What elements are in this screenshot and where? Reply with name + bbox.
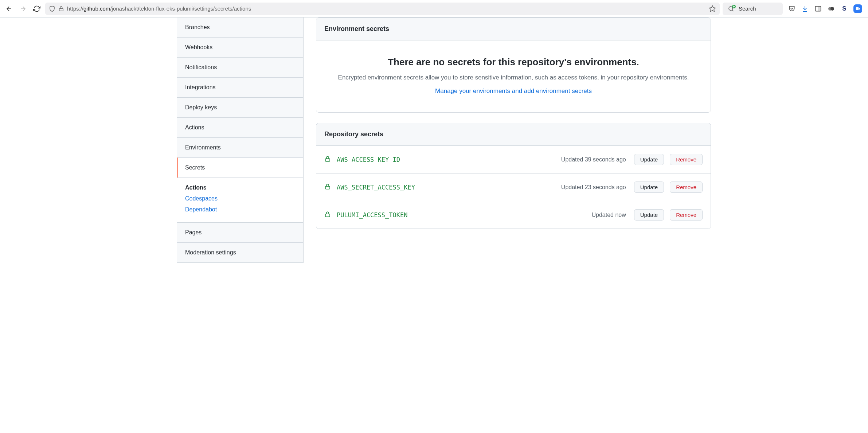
secret-row: PULUMI_ACCESS_TOKEN Updated now Update R… <box>316 201 711 229</box>
url-text: https://github.com/jonashackt/tekton-flu… <box>67 5 706 12</box>
secrets-subnav-heading: Actions <box>185 184 295 191</box>
sidebar-item-moderation[interactable]: Moderation settings <box>177 242 303 262</box>
lock-icon <box>324 183 331 191</box>
search-placeholder: Search <box>739 5 756 12</box>
settings-sidebar: Branches Webhooks Notifications Integrat… <box>150 17 304 263</box>
back-button[interactable] <box>4 3 15 14</box>
secret-updated: Updated now <box>591 212 626 218</box>
env-empty-description: Encrypted environment secrets allow you … <box>329 73 698 82</box>
reload-icon <box>33 5 40 12</box>
shield-icon <box>49 5 55 12</box>
repository-secrets-panel: Repository secrets AWS_ACCESS_KEY_ID Upd… <box>316 123 711 229</box>
svg-point-6 <box>830 7 834 11</box>
sidebar-item-integrations[interactable]: Integrations <box>177 77 303 97</box>
star-icon[interactable] <box>709 5 716 12</box>
secret-row: AWS_SECRET_ACCESS_KEY Updated 23 seconds… <box>316 173 711 201</box>
zoom-app-icon[interactable] <box>853 4 862 13</box>
update-button[interactable]: Update <box>634 154 664 165</box>
secrets-subnav-codespaces[interactable]: Codespaces <box>185 195 295 202</box>
secret-updated: Updated 23 seconds ago <box>561 184 626 191</box>
svg-rect-7 <box>325 159 330 162</box>
update-button[interactable]: Update <box>634 209 664 221</box>
env-empty-headline: There are no secrets for this repository… <box>329 56 698 68</box>
svg-rect-0 <box>59 8 63 11</box>
repository-secrets-header: Repository secrets <box>316 123 711 146</box>
secrets-subnav-dependabot[interactable]: Dependabot <box>185 206 295 213</box>
svg-marker-1 <box>709 5 716 11</box>
remove-button[interactable]: Remove <box>670 154 703 165</box>
url-bar[interactable]: https://github.com/jonashackt/tekton-flu… <box>45 3 720 15</box>
sidebar-item-branches[interactable]: Branches <box>177 17 303 37</box>
browser-toolbar: https://github.com/jonashackt/tekton-flu… <box>0 0 868 17</box>
secret-updated: Updated 39 seconds ago <box>561 156 626 163</box>
s-extension-icon[interactable]: S <box>840 5 848 13</box>
extension-icon[interactable] <box>827 5 835 13</box>
library-icon[interactable] <box>814 5 822 13</box>
secret-name[interactable]: AWS_SECRET_ACCESS_KEY <box>337 184 555 191</box>
toolbar-icons: S <box>786 4 864 13</box>
svg-rect-9 <box>325 214 330 217</box>
remove-button[interactable]: Remove <box>670 182 703 193</box>
page-body: Branches Webhooks Notifications Integrat… <box>150 17 718 263</box>
svg-rect-4 <box>816 6 821 11</box>
remove-button[interactable]: Remove <box>670 209 703 221</box>
manage-environments-link[interactable]: Manage your environments and add environ… <box>435 87 592 94</box>
secret-name[interactable]: PULUMI_ACCESS_TOKEN <box>337 211 586 219</box>
sidebar-item-environments[interactable]: Environments <box>177 137 303 157</box>
sidebar-item-deploy-keys[interactable]: Deploy keys <box>177 97 303 117</box>
repository-secrets-list: AWS_ACCESS_KEY_ID Updated 39 seconds ago… <box>316 146 711 229</box>
settings-nav: Branches Webhooks Notifications Integrat… <box>177 17 304 263</box>
search-box[interactable]: Search <box>723 3 783 15</box>
secret-row: AWS_ACCESS_KEY_ID Updated 39 seconds ago… <box>316 146 711 173</box>
lock-icon <box>324 211 331 219</box>
secrets-subnav: Actions Codespaces Dependabot <box>177 178 303 222</box>
reload-button[interactable] <box>31 3 42 14</box>
environment-secrets-header: Environment secrets <box>316 18 711 40</box>
arrow-right-icon <box>19 5 27 12</box>
pocket-icon[interactable] <box>788 5 796 13</box>
arrow-left-icon <box>5 5 13 12</box>
environment-secrets-body: There are no secrets for this repository… <box>316 40 711 112</box>
sidebar-item-secrets[interactable]: Secrets <box>177 157 303 178</box>
sidebar-item-pages[interactable]: Pages <box>177 222 303 242</box>
lock-icon <box>324 156 331 163</box>
environment-secrets-panel: Environment secrets There are no secrets… <box>316 17 711 113</box>
sidebar-item-actions[interactable]: Actions <box>177 117 303 137</box>
lock-icon <box>58 6 64 12</box>
update-button[interactable]: Update <box>634 182 664 193</box>
download-icon[interactable] <box>801 5 809 13</box>
add-badge-icon <box>732 5 736 8</box>
secret-name[interactable]: AWS_ACCESS_KEY_ID <box>337 156 555 163</box>
svg-rect-8 <box>325 187 330 190</box>
sidebar-item-webhooks[interactable]: Webhooks <box>177 37 303 57</box>
sidebar-item-notifications[interactable]: Notifications <box>177 57 303 77</box>
forward-button[interactable] <box>17 3 28 14</box>
main-content: Environment secrets There are no secrets… <box>304 17 718 263</box>
